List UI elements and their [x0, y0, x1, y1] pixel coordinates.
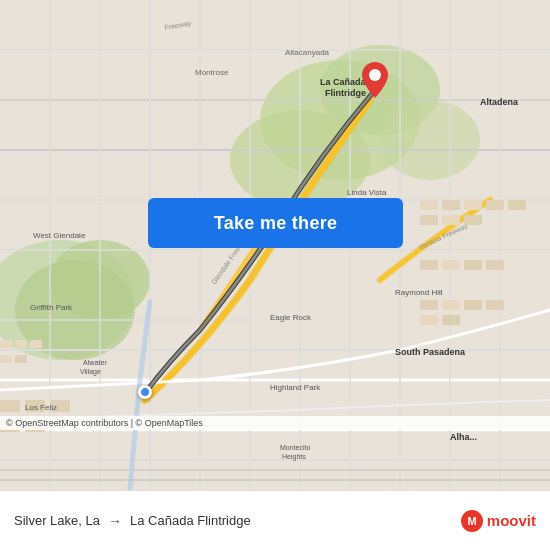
svg-text:Heights: Heights: [282, 453, 306, 461]
svg-rect-54: [486, 300, 504, 310]
svg-text:Montrose: Montrose: [195, 68, 229, 77]
svg-rect-30: [15, 340, 27, 348]
moovit-brand-text: moovit: [487, 512, 536, 529]
svg-rect-48: [442, 260, 460, 270]
destination-pin: [362, 62, 388, 98]
svg-rect-51: [420, 300, 438, 310]
svg-text:Highland Park: Highland Park: [270, 383, 321, 392]
arrow-icon: →: [108, 513, 122, 529]
take-me-there-button[interactable]: Take me there: [148, 198, 403, 248]
svg-rect-41: [464, 200, 482, 210]
svg-text:Linda Vista: Linda Vista: [347, 188, 387, 197]
origin-marker: [138, 385, 152, 399]
svg-text:Eagle Rock: Eagle Rock: [270, 313, 312, 322]
svg-text:South Pasadena: South Pasadena: [395, 347, 466, 357]
svg-text:Village: Village: [80, 368, 101, 376]
svg-rect-45: [442, 215, 460, 225]
origin-label: Silver Lake, La: [14, 513, 100, 528]
svg-text:Flintridge: Flintridge: [325, 88, 366, 98]
svg-rect-56: [442, 315, 460, 325]
svg-point-6: [380, 100, 480, 180]
svg-rect-50: [486, 260, 504, 270]
svg-rect-34: [0, 400, 20, 412]
svg-rect-29: [0, 340, 12, 348]
svg-text:Altadena: Altadena: [480, 97, 519, 107]
moovit-logo: M moovit: [461, 510, 536, 532]
svg-text:Los Feliz: Los Feliz: [25, 403, 57, 412]
svg-text:Raymond Hill: Raymond Hill: [395, 288, 443, 297]
svg-text:Montecito: Montecito: [280, 444, 310, 451]
svg-rect-46: [464, 215, 482, 225]
moovit-logo-icon: M: [461, 510, 483, 532]
svg-rect-44: [420, 215, 438, 225]
svg-rect-32: [0, 355, 12, 363]
svg-text:Alha...: Alha...: [450, 432, 477, 442]
svg-rect-33: [15, 355, 27, 363]
svg-rect-40: [442, 200, 460, 210]
svg-rect-53: [464, 300, 482, 310]
svg-rect-55: [420, 315, 438, 325]
svg-text:La Cañada: La Cañada: [320, 77, 367, 87]
svg-text:Altacanyada: Altacanyada: [285, 48, 330, 57]
map-attribution: © OpenStreetMap contributors | © OpenMap…: [0, 416, 550, 430]
svg-text:M: M: [467, 515, 476, 527]
svg-point-80: [369, 69, 381, 81]
svg-text:West Glendale: West Glendale: [33, 231, 86, 240]
svg-rect-52: [442, 300, 460, 310]
svg-rect-31: [30, 340, 42, 348]
svg-rect-42: [486, 200, 504, 210]
destination-label: La Cañada Flintridge: [130, 513, 251, 528]
svg-rect-43: [508, 200, 526, 210]
route-info: Silver Lake, La → La Cañada Flintridge: [14, 513, 251, 529]
svg-rect-49: [464, 260, 482, 270]
svg-rect-39: [420, 200, 438, 210]
map-container: Altacanyada Montrose La Cañada Flintridg…: [0, 0, 550, 490]
footer: Silver Lake, La → La Cañada Flintridge M…: [0, 490, 550, 550]
svg-rect-47: [420, 260, 438, 270]
svg-text:Atwater: Atwater: [83, 359, 107, 366]
svg-text:Griffith Park: Griffith Park: [30, 303, 73, 312]
